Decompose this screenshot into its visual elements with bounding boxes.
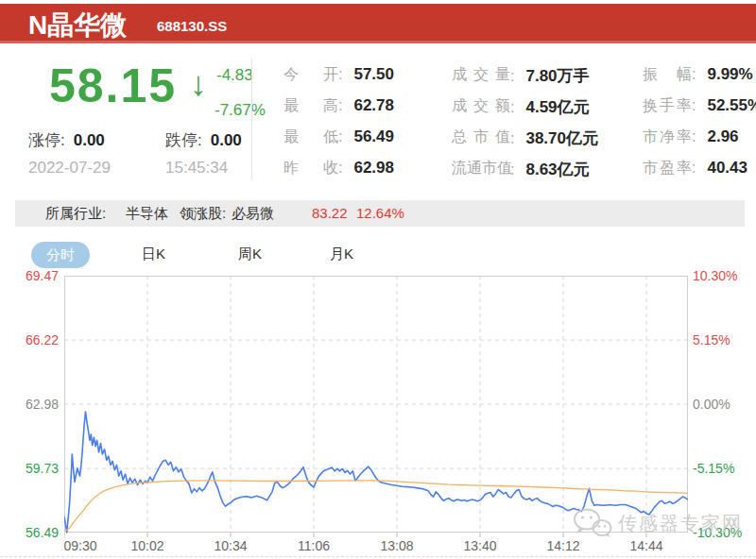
y-axis-percent-label: 5.15% [693,332,730,347]
stat-low: 最低:56.49 [284,127,394,148]
y-axis-price-label: 56.49 [0,525,59,540]
limit-down: 跌停:0.00 [165,129,242,151]
tab-minute-chart[interactable]: 分时 [31,242,90,268]
current-price: 58.15 [49,59,177,113]
tab-weekly-k[interactable]: 周K [238,246,262,263]
stat-volume: 成交量:7.80万手 [452,65,590,86]
bottom-separator [0,556,756,557]
industry-label: 所属行业: [45,200,106,227]
y-axis-price-label: 59.73 [0,461,59,476]
industry-value: 半导体 [126,200,168,227]
leader-stock[interactable]: 必易微 [232,200,274,227]
intraday-chart-svg[interactable] [64,276,688,537]
stat-turnover: 成交额:4.59亿元 [452,96,590,117]
x-axis-time-label: 13:40 [463,538,496,553]
y-axis-percent-label: -10.30% [693,525,742,540]
down-arrow-icon: ↓ [190,64,207,104]
limit-up: 涨停:0.00 [28,129,105,151]
stat-amplitude: 振幅:9.99% [643,65,753,86]
price-change: -4.83 [216,66,253,85]
tab-daily-k[interactable]: 日K [142,246,165,263]
x-axis-time-label: 14:12 [546,538,579,553]
series-price-line [64,412,688,533]
y-axis-percent-label: 0.00% [693,397,730,412]
intraday-chart[interactable] [64,276,688,537]
industry-band: 所属行业: 半导体 领涨股: 必易微 83.22 12.64% [15,200,745,227]
leader-price: 83.22 [312,200,348,227]
quote-time: 15:45:34 [165,159,228,178]
tab-monthly-k[interactable]: 月K [330,246,353,263]
x-axis-time-label: 14:44 [629,538,662,553]
x-axis-time-label: 13:08 [380,538,413,553]
limit-down-value: 0.00 [211,131,242,149]
stat-high: 最高:62.78 [284,96,394,117]
stat-pb-ratio: 市净率:2.96 [643,127,739,148]
x-axis-time-label: 09:30 [63,538,96,553]
price-change-percent: -7.67% [215,101,266,120]
stock-name: N晶华微 [28,8,127,43]
stat-prev-close: 昨收:62.98 [284,159,394,179]
y-axis-percent-label: 10.30% [693,268,737,283]
y-axis-price-label: 69.47 [0,268,59,283]
quote-date: 2022-07-29 [28,159,111,178]
y-axis-price-label: 66.22 [0,332,59,347]
x-axis-time-label: 11:06 [298,538,330,553]
y-axis-percent-label: -5.15% [693,461,734,476]
vertical-divider [251,59,252,179]
limit-down-label: 跌停: [165,131,202,149]
x-axis-time-label: 10:02 [130,538,163,553]
limit-up-value: 0.00 [74,131,105,149]
app-header: N晶华微 688130.SS [0,4,756,43]
stat-open: 今开:57.50 [284,65,394,86]
y-axis-price-label: 62.98 [0,397,59,412]
stat-turnover-rate: 换手率:52.55% [643,96,756,117]
stat-market-cap: 总市值:38.70亿元 [452,127,598,148]
x-axis-time-label: 10:34 [214,538,247,553]
stock-code: 688130.SS [157,18,227,34]
limit-up-label: 涨停: [28,131,65,149]
leader-label: 领涨股: [180,200,226,227]
leader-percent: 12.64% [356,200,404,227]
stat-float-cap: 流通市值:8.63亿元 [452,159,590,179]
stat-pe-ratio: 市盈率:40.43 [643,159,747,179]
header-divider [0,41,756,43]
